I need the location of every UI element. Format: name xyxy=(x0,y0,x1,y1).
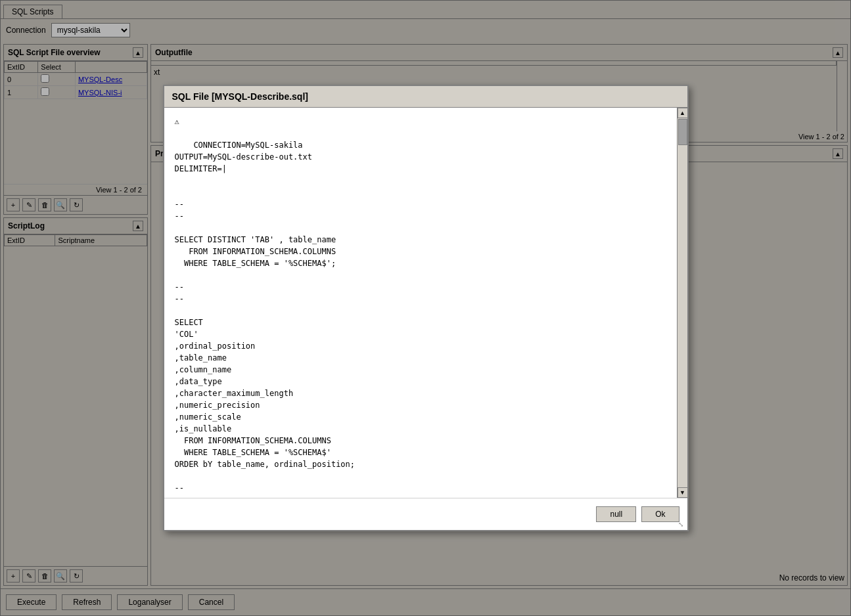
modal-footer: null Ok ⤡ xyxy=(164,498,687,530)
modal-scrollbar[interactable]: ▲ ▼ xyxy=(677,108,687,498)
resize-handle[interactable]: ⤡ xyxy=(678,521,686,529)
scroll-up-arrow[interactable]: ▲ xyxy=(678,108,687,118)
modal-title: SQL File [MYSQL-Describe.sql] xyxy=(172,91,308,102)
modal-content[interactable]: ⚠ CONNECTION=MySQL-sakila OUTPUT=MySQL-d… xyxy=(164,108,677,498)
modal-body: ⚠ CONNECTION=MySQL-sakila OUTPUT=MySQL-d… xyxy=(164,108,687,498)
scroll-thumb[interactable] xyxy=(678,119,687,145)
modal-overlay: SQL File [MYSQL-Describe.sql] ⚠ CONNECTI… xyxy=(0,0,851,616)
null-button[interactable]: null xyxy=(596,506,636,522)
modal-header: SQL File [MYSQL-Describe.sql] xyxy=(164,86,687,108)
sql-file-modal: SQL File [MYSQL-Describe.sql] ⚠ CONNECTI… xyxy=(163,85,689,531)
ok-button[interactable]: Ok xyxy=(641,506,679,522)
scroll-track xyxy=(678,118,687,487)
scroll-down-arrow[interactable]: ▼ xyxy=(678,487,687,498)
